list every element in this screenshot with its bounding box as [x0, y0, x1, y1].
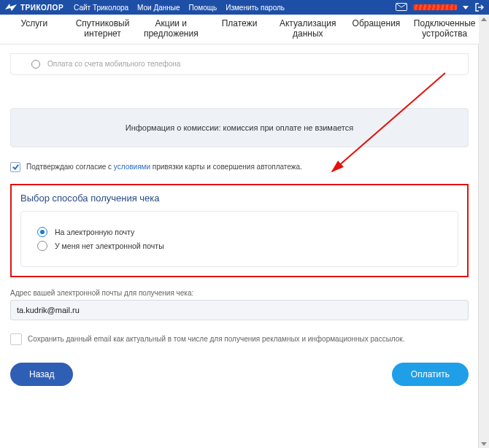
save-email-label: Сохранить данный email как актуальный в …: [28, 335, 405, 343]
commission-info-box: Информация о комиссии: комиссия при опла…: [10, 108, 469, 147]
scroll-down-icon[interactable]: [480, 439, 488, 448]
action-buttons-row: Назад Оплатить: [10, 363, 469, 395]
scroll-up-icon[interactable]: [480, 15, 488, 23]
receipt-option-email-label: На электронную почту: [55, 228, 134, 236]
top-header: ТРИКОЛОР Сайт Триколора Мои Данные Помощ…: [0, 0, 489, 15]
main-nav: Услуги Спутниковый интернет Акции и пред…: [0, 15, 479, 45]
tab-promo[interactable]: Акции и предложения: [136, 15, 205, 44]
save-email-checkbox[interactable]: [10, 333, 22, 345]
terms-link[interactable]: условиями: [114, 163, 150, 171]
radio-mobile-pay-label: Оплата со счета мобильного телефона: [47, 60, 180, 68]
top-nav-links: Сайт Триколора Мои Данные Помощь Изменит…: [74, 4, 285, 12]
receipt-option-email[interactable]: На электронную почту: [37, 227, 442, 237]
payment-method-card-truncated: Оплата со счета мобильного телефона: [10, 53, 469, 75]
mail-icon[interactable]: [396, 3, 407, 12]
receipt-option-noemail-label: У меня нет электронной почты: [55, 242, 164, 250]
receipt-option-noemail[interactable]: У меня нет электронной почты: [37, 241, 442, 251]
scrollbar[interactable]: [478, 15, 489, 448]
link-help[interactable]: Помощь: [189, 4, 217, 12]
radio-mobile-pay[interactable]: [31, 60, 40, 69]
link-changepw[interactable]: Изменить пароль: [226, 4, 285, 12]
tab-payments[interactable]: Платежи: [205, 15, 274, 44]
pay-button[interactable]: Оплатить: [392, 363, 469, 386]
agree-checkbox[interactable]: [10, 162, 20, 172]
tab-update-data[interactable]: Актуализация данных: [274, 15, 342, 44]
agree-text: Подтверждаю согласие с условиями привязк…: [26, 163, 302, 171]
tab-tickets[interactable]: Обращения: [342, 15, 411, 44]
radio-selected-icon: [37, 227, 47, 237]
radio-unselected-icon: [37, 241, 47, 251]
tab-devices[interactable]: Подключенные устройства: [410, 15, 479, 44]
brand-text: ТРИКОЛОР: [20, 4, 63, 12]
tab-services[interactable]: Услуги: [0, 15, 69, 44]
back-button[interactable]: Назад: [10, 363, 73, 386]
chevron-down-icon[interactable]: [463, 6, 469, 9]
commission-info-text: Информация о комиссии: комиссия при опла…: [126, 123, 353, 132]
brand-logo: ТРИКОЛОР: [4, 3, 63, 12]
logout-icon[interactable]: [474, 2, 485, 12]
link-site[interactable]: Сайт Триколора: [74, 4, 128, 12]
link-mydata[interactable]: Мои Данные: [137, 4, 180, 12]
user-name-redacted: [413, 4, 457, 10]
receipt-options-card: На электронную почту У меня нет электрон…: [20, 211, 458, 267]
agree-terms-row: Подтверждаю согласие с условиями привязк…: [10, 162, 469, 172]
receipt-section-title: Выбор способа получения чека: [20, 193, 458, 204]
email-input[interactable]: [10, 300, 469, 320]
receipt-method-section: Выбор способа получения чека На электрон…: [10, 184, 469, 277]
save-email-row: Сохранить данный email как актуальный в …: [10, 333, 469, 345]
tab-sat-internet[interactable]: Спутниковый интернет: [69, 15, 137, 44]
email-field-label: Адрес вашей электронной почты для получе…: [10, 289, 469, 297]
